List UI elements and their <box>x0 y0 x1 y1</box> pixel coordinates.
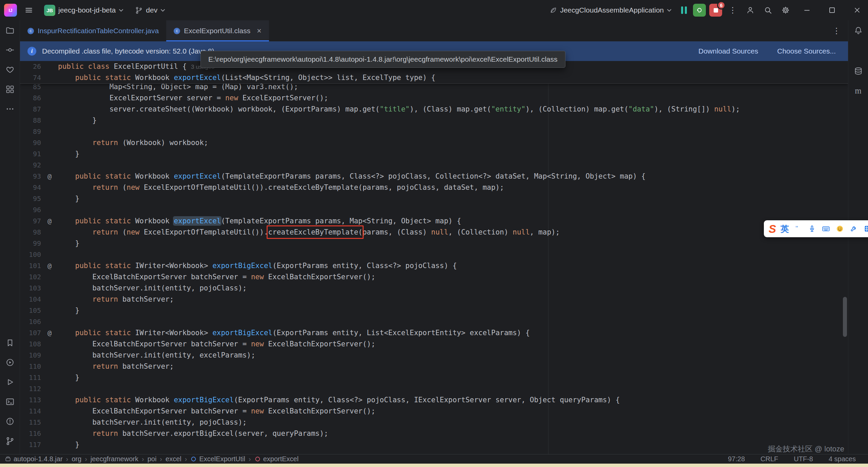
editor-tab[interactable]: cExcelExportUtil.class× <box>166 20 269 41</box>
code-line-104[interactable]: 104 return batchServer; <box>20 294 848 305</box>
breadcrumb-item[interactable]: ExcelExportUtil <box>190 455 245 463</box>
bookmark-icon[interactable] <box>2 335 17 350</box>
vcs-branch-widget[interactable]: dev <box>132 4 169 17</box>
code-line-101[interactable]: 101@ public static IWriter<Workbook> exp… <box>20 260 848 271</box>
choose-sources-link[interactable]: Choose Sources... <box>777 47 836 55</box>
minimize-button[interactable] <box>796 0 818 20</box>
more-icon[interactable] <box>2 101 17 116</box>
encoding-widget[interactable]: UTF-8 <box>794 455 813 463</box>
code-line-94[interactable]: 94 return (new ExcelExportOfTemplateUtil… <box>20 182 848 193</box>
line-number[interactable]: 94 <box>20 182 41 193</box>
breadcrumb-item[interactable]: org <box>72 455 81 463</box>
code-line-102[interactable]: 102 ExcelBatchExportServer batchServer =… <box>20 271 848 283</box>
database-icon[interactable] <box>851 63 866 78</box>
download-sources-link[interactable]: Download Sources <box>698 47 758 55</box>
line-number[interactable]: 74 <box>20 72 41 83</box>
code-line-93[interactable]: 93@ public static Workbook exportExcel(T… <box>20 171 848 182</box>
line-number[interactable]: 113 <box>20 394 41 406</box>
stop-button[interactable]: 6 <box>709 4 722 17</box>
code-line-110[interactable]: 110 return batchServer; <box>20 361 848 372</box>
terminal-icon[interactable] <box>2 394 17 409</box>
run-configuration-widget[interactable]: JeecgCloudAssembleApplication <box>546 4 675 17</box>
code-line-113[interactable]: 113 public static Workbook exportBigExce… <box>20 394 848 406</box>
editor-tab[interactable]: cInspurRectificationTableController.java <box>20 20 166 41</box>
line-number[interactable]: 98 <box>20 227 41 238</box>
line-number[interactable]: 96 <box>20 204 41 216</box>
line-number[interactable]: 114 <box>20 406 41 417</box>
caret-position-widget[interactable]: 97:28 <box>728 455 745 463</box>
suspend-button[interactable] <box>678 6 690 14</box>
code-line-109[interactable]: 109 batchServer.init(entity, excelParams… <box>20 350 848 361</box>
code-editor[interactable]: 85 Map<String, Object> map = (Map) var3.… <box>20 61 848 454</box>
ime-language-mode[interactable]: 英 <box>780 223 789 235</box>
ime-punctuation-icon[interactable]: ’’ <box>793 224 803 234</box>
indent-widget[interactable]: 4 spaces <box>829 455 856 463</box>
code-line-112[interactable]: 112 <box>20 383 848 394</box>
code-line-105[interactable]: 105 } <box>20 305 848 316</box>
line-number[interactable]: 104 <box>20 294 41 305</box>
line-number[interactable]: 107 <box>20 327 41 339</box>
branch-icon[interactable] <box>2 433 17 448</box>
code-with-me-button[interactable] <box>743 3 757 17</box>
code-line-111[interactable]: 111 } <box>20 372 848 383</box>
maximize-button[interactable] <box>821 0 843 20</box>
close-button[interactable] <box>846 0 868 20</box>
sticky-code-line-74[interactable]: 74 public static Workbook exportExcel(Li… <box>20 72 848 83</box>
line-number[interactable]: 89 <box>20 126 41 137</box>
line-number[interactable]: 87 <box>20 104 41 115</box>
line-number[interactable]: 95 <box>20 193 41 204</box>
line-number[interactable]: 102 <box>20 271 41 283</box>
ime-microphone-icon[interactable] <box>807 224 817 234</box>
line-number[interactable]: 92 <box>20 160 41 171</box>
code-line-98[interactable]: 98 return (new ExcelExportOfTemplateUtil… <box>20 227 848 238</box>
search-everywhere-button[interactable] <box>761 3 775 17</box>
line-number[interactable]: 115 <box>20 417 41 428</box>
breadcrumb-item[interactable]: jeecgframework <box>91 455 138 463</box>
maven-icon[interactable]: m <box>851 83 866 98</box>
code-line-108[interactable]: 108 ExcelBatchExportServer batchServer =… <box>20 339 848 350</box>
line-number[interactable]: 93 <box>20 171 41 182</box>
code-line-107[interactable]: 107@ public static IWriter<Workbook> exp… <box>20 327 848 339</box>
code-line-103[interactable]: 103 batchServer.init(entity, pojoClass); <box>20 283 848 294</box>
line-number[interactable]: 97 <box>20 216 41 227</box>
line-number[interactable]: 101 <box>20 260 41 271</box>
line-number[interactable]: 106 <box>20 316 41 327</box>
problems-icon[interactable] <box>2 414 17 429</box>
ime-emoji-icon[interactable] <box>835 224 845 234</box>
main-menu-button[interactable] <box>22 3 36 17</box>
breadcrumb-item[interactable]: poi <box>148 455 157 463</box>
ime-keyboard-icon[interactable] <box>821 224 831 234</box>
folder-icon[interactable] <box>2 23 17 38</box>
run-icon[interactable] <box>2 374 17 389</box>
tab-options-button[interactable]: ⋮ <box>832 27 848 35</box>
line-number[interactable]: 112 <box>20 383 41 394</box>
settings-button[interactable] <box>778 3 793 17</box>
code-line-99[interactable]: 99 } <box>20 238 848 249</box>
close-tab-icon[interactable]: × <box>257 26 261 36</box>
services-icon[interactable] <box>2 355 17 370</box>
line-number[interactable]: 90 <box>20 137 41 148</box>
code-line-117[interactable]: 117 } <box>20 439 848 450</box>
commit-icon[interactable] <box>2 42 17 57</box>
code-line-87[interactable]: 87 server.createSheet((Workbook) workboo… <box>20 104 848 115</box>
rerun-button[interactable] <box>693 4 706 17</box>
code-line-92[interactable]: 92 <box>20 160 848 171</box>
line-separator-widget[interactable]: CRLF <box>760 455 778 463</box>
code-line-106[interactable]: 106 <box>20 316 848 327</box>
structure-icon[interactable] <box>2 82 17 97</box>
code-line-88[interactable]: 88 } <box>20 115 848 126</box>
code-line-115[interactable]: 115 batchServer.init(entity, pojoClass); <box>20 417 848 428</box>
line-number[interactable]: 103 <box>20 283 41 294</box>
breadcrumb-item[interactable]: exportExcel <box>254 455 299 463</box>
code-line-91[interactable]: 91 } <box>20 148 848 160</box>
code-line-114[interactable]: 114 ExcelBatchExportServer batchServer =… <box>20 406 848 417</box>
editor-scrollbar[interactable] <box>843 297 847 337</box>
bell-icon[interactable] <box>851 23 866 38</box>
code-line-100[interactable]: 100 <box>20 249 848 260</box>
line-number[interactable]: 105 <box>20 305 41 316</box>
line-number[interactable]: 110 <box>20 361 41 372</box>
code-line-96[interactable]: 96 <box>20 204 848 216</box>
line-number[interactable]: 109 <box>20 350 41 361</box>
line-number[interactable]: 88 <box>20 115 41 126</box>
code-line-97[interactable]: 97@ public static Workbook exportExcel(T… <box>20 216 848 227</box>
